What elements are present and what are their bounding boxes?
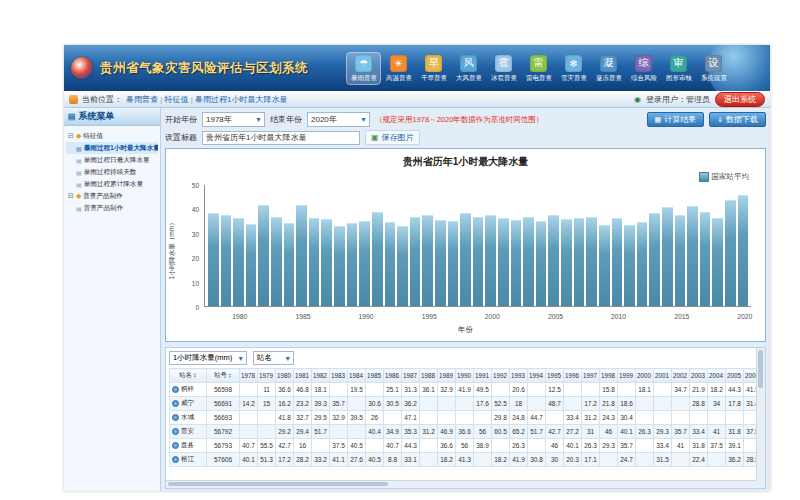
bar-1996 bbox=[435, 220, 446, 306]
login-user-label: 登录用户：管理员 bbox=[646, 94, 710, 105]
end-year-select[interactable]: 2020年 ▼ bbox=[307, 112, 370, 127]
value-cell: 36.6 bbox=[438, 439, 456, 453]
module-wind[interactable]: 风大风普查 bbox=[452, 53, 485, 84]
module-freeze[interactable]: 凝凝冻普查 bbox=[592, 53, 625, 84]
column-header-1991[interactable]: 1991▲▼ bbox=[474, 369, 492, 383]
module-snow[interactable]: ❄雪灾普查 bbox=[557, 53, 590, 84]
column-header-1992[interactable]: 1992▲▼ bbox=[492, 369, 510, 383]
table-row[interactable]: 普安5679229.229.451.740.434.935.331.246.93… bbox=[170, 425, 767, 439]
module-lightning[interactable]: 雷雷电普查 bbox=[522, 53, 555, 84]
value-cell: 17.6 bbox=[474, 397, 492, 411]
column-header-1998[interactable]: 1998▲▼ bbox=[600, 369, 618, 383]
table-row[interactable]: 榕江5760640.151.317.228.233.241.127.640.58… bbox=[170, 453, 767, 467]
sort-icon[interactable]: ▲▼ bbox=[193, 372, 197, 379]
column-header-1980[interactable]: 1980▲▼ bbox=[276, 369, 294, 383]
tree-item[interactable]: ▤暴雨过程1小时最大降水量 bbox=[66, 142, 158, 154]
breadcrumb-item[interactable]: 特征值 bbox=[165, 95, 189, 104]
value-cell: 46.8 bbox=[294, 383, 312, 397]
calc-result-label: 计算结果 bbox=[664, 114, 696, 125]
vertical-scrollbar[interactable] bbox=[756, 348, 765, 488]
module-settings[interactable]: 设系统设置 bbox=[697, 53, 730, 84]
column-header-1990[interactable]: 1990▲▼ bbox=[456, 369, 474, 383]
column-header-1988[interactable]: 1988▲▼ bbox=[420, 369, 438, 383]
column-header-2003[interactable]: 2003▲▼ bbox=[690, 369, 708, 383]
start-year-label: 开始年份 bbox=[165, 114, 197, 125]
station-marker-icon[interactable] bbox=[172, 442, 179, 449]
column-header-1995[interactable]: 1995▲▼ bbox=[546, 369, 564, 383]
logout-button[interactable]: 退出系统 bbox=[715, 92, 765, 107]
module-rainstorm[interactable]: ☂暴雨普查 bbox=[347, 53, 380, 84]
tree-item[interactable]: ▤普查产品制作 bbox=[66, 202, 158, 214]
module-label: 干旱普查 bbox=[421, 73, 447, 82]
column-header-1999[interactable]: 1999▲▼ bbox=[618, 369, 636, 383]
data-download-button[interactable]: ⇓ 数据下载 bbox=[709, 112, 766, 127]
tree-item-label: 暴雨过程1小时最大降水量 bbox=[84, 144, 158, 153]
chart-title-input[interactable] bbox=[202, 131, 360, 145]
value-cell: 31.3 bbox=[402, 383, 420, 397]
column-header-站名[interactable]: 站名▲▼ bbox=[170, 369, 207, 383]
legend-label: 国家站平均 bbox=[712, 172, 750, 182]
station-marker-icon[interactable] bbox=[172, 386, 179, 393]
breadcrumb-item[interactable]: 暴雨过程1小时最大降水量 bbox=[195, 95, 287, 104]
horizontal-scrollbar-thumb[interactable] bbox=[168, 482, 388, 486]
column-header-1984[interactable]: 1984▲▼ bbox=[348, 369, 366, 383]
column-header-2004[interactable]: 2004▲▼ bbox=[708, 369, 726, 383]
value-type-select[interactable]: 1小时降水量(mm) ▼ bbox=[169, 351, 247, 365]
review-icon: 审 bbox=[670, 55, 687, 72]
module-drought[interactable]: 旱干旱普查 bbox=[417, 53, 450, 84]
column-header-1987[interactable]: 1987▲▼ bbox=[402, 369, 420, 383]
column-header-2000[interactable]: 2000▲▼ bbox=[636, 369, 654, 383]
tree-group[interactable]: ⊟◆普查产品制作 bbox=[66, 190, 158, 202]
column-header-1986[interactable]: 1986▲▼ bbox=[384, 369, 402, 383]
table-row[interactable]: 威宁5669114.21516.223.239.335.730.630.536.… bbox=[170, 397, 767, 411]
station-marker-icon[interactable] bbox=[172, 414, 179, 421]
sort-icon[interactable]: ▲▼ bbox=[228, 372, 232, 379]
tree-item[interactable]: ▤暴雨过程累计降水量 bbox=[66, 178, 158, 190]
tree-item[interactable]: ▤暴雨过程日最大降水量 bbox=[66, 154, 158, 166]
column-header-1982[interactable]: 1982▲▼ bbox=[312, 369, 330, 383]
module-hail[interactable]: 雹冰雹普查 bbox=[487, 53, 520, 84]
module-risk[interactable]: 综综合风险 bbox=[627, 53, 660, 84]
column-header-1997[interactable]: 1997▲▼ bbox=[582, 369, 600, 383]
column-header-1989[interactable]: 1989▲▼ bbox=[438, 369, 456, 383]
module-label: 图形审核 bbox=[666, 73, 692, 82]
station-marker-icon[interactable] bbox=[172, 400, 179, 407]
expander-icon[interactable]: ⊟ bbox=[68, 132, 74, 140]
column-header-2002[interactable]: 2002▲▼ bbox=[672, 369, 690, 383]
column-header-1996[interactable]: 1996▲▼ bbox=[564, 369, 582, 383]
bar-1991 bbox=[372, 212, 383, 306]
column-header-label: 1989 bbox=[439, 372, 453, 379]
station-name-cell: 普安 bbox=[170, 425, 207, 439]
module-heat[interactable]: ☀高温普查 bbox=[382, 53, 415, 84]
column-header-1985[interactable]: 1985▲▼ bbox=[366, 369, 384, 383]
breadcrumb-item[interactable]: 暴雨普查 bbox=[126, 95, 158, 104]
column-header-站号[interactable]: 站号▲▼ bbox=[207, 369, 240, 383]
value-cell: 35.7 bbox=[618, 439, 636, 453]
column-header-1994[interactable]: 1994▲▼ bbox=[528, 369, 546, 383]
column-header-1979[interactable]: 1979▲▼ bbox=[258, 369, 276, 383]
tree-group[interactable]: ⊟◆特征值 bbox=[66, 130, 158, 142]
station-marker-icon[interactable] bbox=[172, 456, 179, 463]
save-image-button[interactable]: ▣ 保存图片 bbox=[365, 130, 420, 145]
bar-1997 bbox=[448, 221, 459, 306]
tree-item[interactable]: ▤暴雨过程持续天数 bbox=[66, 166, 158, 178]
column-header-1978[interactable]: 1978▲▼ bbox=[240, 369, 258, 383]
column-header-1983[interactable]: 1983▲▼ bbox=[330, 369, 348, 383]
x-tick-label: 2005 bbox=[548, 313, 559, 320]
module-review[interactable]: 审图形审核 bbox=[662, 53, 695, 84]
column-header-1981[interactable]: 1981▲▼ bbox=[294, 369, 312, 383]
column-header-1993[interactable]: 1993▲▼ bbox=[510, 369, 528, 383]
title-setting-label: 设置标题 bbox=[165, 132, 197, 143]
column-header-2005[interactable]: 2005▲▼ bbox=[726, 369, 744, 383]
start-year-select[interactable]: 1978年 ▼ bbox=[202, 112, 265, 127]
column-header-2001[interactable]: 2001▲▼ bbox=[654, 369, 672, 383]
horizontal-scrollbar[interactable] bbox=[166, 480, 757, 488]
station-marker-icon[interactable] bbox=[172, 428, 179, 435]
table-row[interactable]: 桐梓565981136.646.818.119.525.131.336.132.… bbox=[170, 383, 767, 397]
table-row[interactable]: 盘县5679340.755.542.71637.540.540.744.336.… bbox=[170, 439, 767, 453]
vertical-scrollbar-thumb[interactable] bbox=[758, 350, 763, 388]
expander-icon[interactable]: ⊟ bbox=[68, 192, 74, 200]
table-row[interactable]: 水城5669341.832.729.532.939.52647.129.824.… bbox=[170, 411, 767, 425]
calc-result-button[interactable]: ▦ 计算结果 bbox=[647, 112, 705, 127]
station-filter-select[interactable]: 站名 ▼ bbox=[253, 351, 294, 365]
